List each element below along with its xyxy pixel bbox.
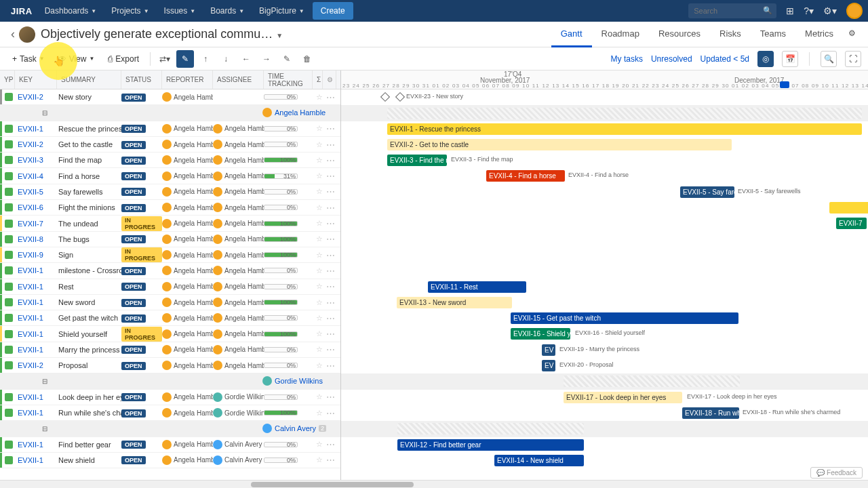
issue-summary[interactable]: Say farewells [57,188,121,196]
col-settings-icon[interactable]: ⚙ [323,70,336,89]
issue-key[interactable]: EVXII-1 [15,346,57,354]
star-icon[interactable]: ☆ [313,219,326,228]
arrow-down-icon[interactable]: ↓ [217,50,235,68]
star-icon[interactable]: ☆ [313,440,326,449]
issue-summary[interactable]: Find better gear [57,441,121,449]
more-icon[interactable]: ⋯ [326,361,338,371]
gantt-bar[interactable]: EVXII-14 - New shield [494,455,584,466]
more-icon[interactable]: ⋯ [326,455,338,465]
issue-summary[interactable]: New sword [57,298,121,306]
issue-key[interactable]: EVXII-9 [15,251,57,259]
star-icon[interactable]: ☆ [313,266,326,275]
task-row[interactable]: EVXII-1 Look deep in her eyes OPEN Angel… [0,390,340,405]
search-input[interactable] [694,7,757,15]
pencil-icon[interactable]: ✎ [278,50,296,68]
issue-key[interactable]: EVXII-2 [15,93,57,101]
more-icon[interactable]: ⋯ [326,234,338,244]
gantt-row[interactable]: EVXII-14 - New shield [341,453,868,468]
gantt-bar[interactable]: EVXII-1 - Rescue the princess [387,123,862,135]
gantt-bar[interactable]: EVXII-2 - Get to the castle [387,139,732,150]
milestone-icon[interactable] [380,92,390,102]
gantt-row[interactable] [341,263,868,279]
jira-logo[interactable]: JIRA [5,6,38,16]
issue-key[interactable]: EVXII-1 [15,409,57,417]
gantt-row[interactable]: EVEVXII-20 - Proposal [341,358,868,373]
issue-summary[interactable]: Find the map [57,156,121,164]
gantt-row[interactable]: EVEVXII-19 - Marry the princess [341,342,868,358]
grid-body[interactable]: EVXII-2 New story OPEN Angela Hamble 0% … [0,89,340,488]
star-icon[interactable]: ☆ [313,282,326,291]
task-row[interactable]: EVXII-2 Proposal OPEN Angela Hamble Ange… [0,358,340,373]
col-key[interactable]: KEY [15,70,57,89]
more-icon[interactable]: ⋯ [326,92,338,102]
collapse-icon[interactable]: ⊟ [37,425,52,432]
help-icon[interactable]: ?▾ [804,5,814,16]
star-icon[interactable]: ☆ [313,314,326,323]
issue-key[interactable]: EVXII-6 [15,203,57,211]
more-icon[interactable]: ⋯ [326,392,338,402]
gantt-panel[interactable]: 17'Q4 November, 2017 December, 2017 23 2… [341,70,868,488]
task-row[interactable]: EVXII-1 Rest OPEN Angela Hamble Angela H… [0,279,340,295]
gantt-bar[interactable]: EVXII-13 - New sword [397,297,512,308]
issue-key[interactable]: EVXII-1 [15,330,57,338]
issue-summary[interactable]: New shield [57,456,121,464]
calendar-icon[interactable]: 📅 [782,51,798,67]
gantt-bar[interactable]: EVXII-11 - Rest [428,281,526,293]
star-icon[interactable]: ☆ [313,203,326,212]
issue-summary[interactable]: Shield yourself [57,330,121,338]
star-icon[interactable]: ☆ [313,392,326,401]
gantt-bar[interactable]: EVXII-3 - Find the map [387,155,447,166]
gantt-bar[interactable]: EVXII-18 - Run while sh [682,407,739,419]
task-row[interactable]: EVXII-1 Find better gear OPEN Angela Ham… [0,437,340,453]
gantt-row[interactable]: EVXII-16 - Shield yoursEVXII-16 - Shield… [341,326,868,342]
arrow-right-icon[interactable]: → [258,50,275,68]
tab-risks[interactable]: Risks [710,22,751,47]
issue-summary[interactable]: Get to the castle [57,140,121,148]
target-icon[interactable]: ◎ [757,51,774,67]
more-icon[interactable]: ⋯ [326,218,338,228]
group-row[interactable]: ⊟ Calvin Avery 2 [0,421,340,436]
filter-mytasks[interactable]: My tasks [611,54,643,64]
gantt-row[interactable]: EVXII-11 - Rest [341,279,868,295]
tab-gantt[interactable]: Gantt [551,22,592,47]
more-icon[interactable]: ⋯ [326,186,338,197]
issue-key[interactable]: EVXII-1 [15,298,57,306]
gantt-bar[interactable]: EVXII-17 - Look deep in her eyes [564,392,682,403]
tab-teams[interactable]: Teams [751,22,795,47]
task-row[interactable]: EVXII-6 Fight the minions OPEN Angela Ha… [0,200,340,216]
star-icon[interactable]: ☆ [313,124,326,133]
gantt-row[interactable]: EVXII-12 - Find better gear [341,437,868,453]
more-icon[interactable]: ⋯ [326,266,338,276]
more-icon[interactable]: ⋯ [326,329,338,339]
collapse-icon[interactable]: ⊟ [37,109,52,117]
task-row[interactable]: EVXII-4 Find a horse OPEN Angela Hamble … [0,168,340,184]
task-row[interactable]: EVXII-1 Rescue the princess OPEN Angela … [0,121,340,137]
fullscreen-icon[interactable]: ⛶ [845,51,861,67]
task-row[interactable]: EVXII-7 The undead IN PROGRES Angela Ham… [0,216,340,231]
gantt-bar[interactable]: EVXII-7 [836,218,867,229]
issue-key[interactable]: EVXII-7 [15,220,57,228]
issue-summary[interactable]: Run while she's charm [57,409,121,417]
star-icon[interactable]: ☆ [313,171,326,180]
issue-summary[interactable]: The undead [57,220,121,228]
filter-updated[interactable]: Updated < 5d [701,54,749,64]
task-row[interactable]: EVXII-9 Sign IN PROGRES Angela Hamble An… [0,247,340,263]
task-row[interactable]: EVXII-3 Find the map OPEN Angela Hamble … [0,152,340,168]
filter-unresolved[interactable]: Unresolved [651,54,692,64]
tab-metrics[interactable]: Metrics [795,22,843,47]
more-icon[interactable]: ⋯ [326,171,338,181]
gantt-row[interactable] [341,421,868,436]
star-icon[interactable]: ☆ [313,361,326,370]
task-row[interactable]: EVXII-8 The bugs OPEN Angela Hamble Ange… [0,232,340,247]
horizontal-scrollbar[interactable] [0,480,868,488]
col-assignee[interactable]: ASSIGNEE [213,70,264,89]
notifications-icon[interactable]: ⊞ [786,5,794,16]
arrow-up-icon[interactable]: ↑ [197,50,214,68]
col-status[interactable]: STATUS [121,70,162,89]
gantt-row[interactable] [341,373,868,389]
task-row[interactable]: EVXII-1 New sword OPEN Angela Hamble Ang… [0,295,340,310]
col-time[interactable]: TIME TRACKING [264,70,313,89]
settings-icon[interactable]: ⚙▾ [823,5,837,16]
tab-roadmap[interactable]: Roadmap [592,22,649,47]
group-row[interactable]: ⊟ Gordie Wilkins [0,373,340,389]
